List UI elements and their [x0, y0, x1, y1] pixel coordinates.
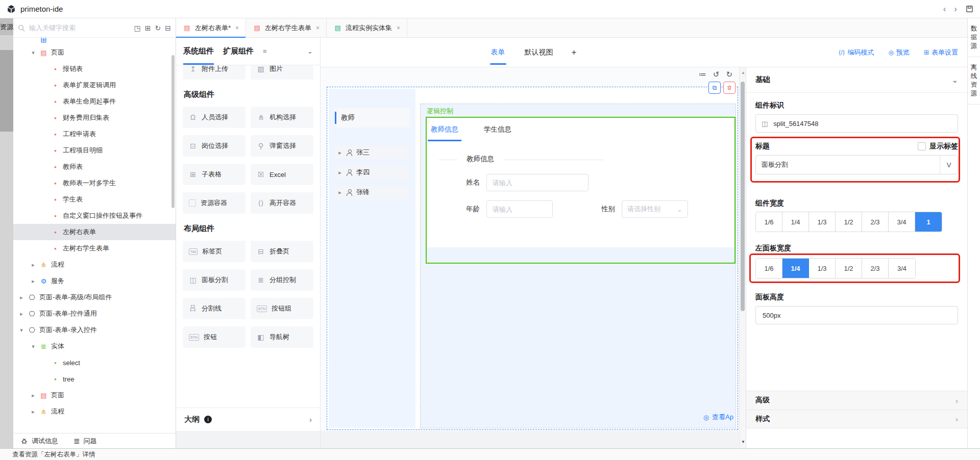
section-advanced[interactable]: 高级 ›	[746, 391, 967, 410]
tree-item[interactable]: ● 自定义窗口操作按钮及事件	[13, 208, 176, 224]
tree-item[interactable]: ▸ ⎔ 页面-表单-控件通用	[13, 305, 176, 322]
delete-component-button[interactable]	[723, 82, 736, 94]
tab-teacher-info[interactable]: 教师信息	[428, 118, 461, 141]
tree-item[interactable]: ▸ ⋔ 流程	[13, 257, 176, 273]
tree-item[interactable]: ▸ ⎔ 页面-表单-高级/布局组件	[13, 289, 176, 305]
file-tab[interactable]: ▤ 左树右学生表单 ×	[246, 18, 327, 37]
left-width-option[interactable]: 1/4	[782, 259, 809, 278]
tree-item[interactable]: ● 教师表一对多学生	[13, 175, 176, 191]
component-id-field[interactable]: ◫	[755, 114, 958, 133]
palette-menu-icon[interactable]: ≡	[263, 47, 267, 55]
palette-item[interactable]: ⊡ 岗位选择	[183, 135, 246, 157]
age-input[interactable]	[486, 200, 553, 218]
split-panel-component[interactable]: 教师 ▸ 张三 ▸ 李四	[327, 87, 738, 430]
gender-select[interactable]: 请选择性别 ⌄	[622, 200, 688, 218]
right-rail-tab[interactable]: 离线资源	[968, 57, 980, 105]
palette-item[interactable]: BTN 按钮组	[251, 298, 313, 319]
copy-component-button[interactable]: ⧉	[708, 82, 721, 94]
width-option[interactable]: 1/3	[809, 212, 836, 232]
palette-collapse-icon[interactable]: ⌄	[307, 47, 313, 55]
palette-item[interactable]: Tab 标签页	[183, 241, 246, 262]
width-option[interactable]: 1/4	[782, 212, 809, 232]
width-option[interactable]: 3/4	[889, 212, 915, 232]
palette-item[interactable]: ▨ 图片	[251, 65, 313, 80]
problems-button[interactable]: ≣ 问题	[74, 437, 97, 446]
palette-item[interactable]: Ω 人员选择	[183, 107, 246, 128]
palette-item[interactable]: ◫ 面板分割	[183, 269, 246, 291]
chevron-right-icon[interactable]: ›	[955, 415, 958, 423]
tree-chevron-icon[interactable]: ▾	[30, 49, 36, 56]
palette-item[interactable]: ⚲ 弹窗选择	[251, 135, 313, 157]
canvas-action-button[interactable]: ⟨/⟩ 编码模式	[839, 48, 874, 57]
file-tab[interactable]: ▤ 流程实例实体集 ×	[327, 18, 407, 37]
palette-item[interactable]: 吕 分割线	[183, 298, 246, 319]
show-label-checkbox[interactable]	[918, 142, 926, 150]
section-style[interactable]: 样式 ›	[746, 410, 967, 428]
close-icon[interactable]: ×	[397, 24, 400, 32]
left-width-option[interactable]: 3/4	[889, 259, 915, 278]
tree-item[interactable]: ▸ ⋔ 流程	[13, 403, 176, 420]
add-view-button[interactable]: +	[572, 47, 577, 58]
tree-item[interactable]: ▸ ▤ 页面	[13, 387, 176, 403]
tree-item[interactable]: ● 学生表	[13, 191, 176, 208]
search-input[interactable]	[28, 23, 131, 32]
import-resource-icon[interactable]: ◳	[134, 24, 141, 32]
palette-item[interactable]: ↥ 附件上传	[183, 65, 246, 80]
tree-item[interactable]: ● tree	[13, 371, 176, 387]
chevron-down-icon[interactable]: ⌄	[952, 76, 958, 84]
tree-item[interactable]: ● 左树右表单	[13, 224, 176, 240]
tab-default-view[interactable]: 默认视图	[524, 38, 554, 67]
teacher-tree-node[interactable]: ▸ 张三	[335, 146, 409, 159]
panel-height-field[interactable]	[755, 306, 958, 324]
name-input[interactable]	[486, 174, 589, 191]
width-option[interactable]: 2/3	[862, 212, 889, 232]
title-input[interactable]	[756, 156, 940, 174]
canvas-action-button[interactable]: ⊞ 表单设置	[924, 48, 958, 57]
palette-item[interactable]: ⟨⟩ 高开容器	[251, 192, 313, 214]
file-tab[interactable]: ▤ 左树右表单* ×	[176, 18, 246, 37]
tree-item[interactable]: ● 左树右学生表单	[13, 240, 176, 257]
panel-height-input[interactable]	[762, 311, 952, 320]
scroll-up-icon[interactable]: ▲	[741, 70, 745, 75]
tree-item[interactable]: ▾ ⎔ 页面-表单-录入控件	[13, 322, 176, 338]
rail-tab-resources[interactable]: 资源	[0, 18, 13, 35]
left-width-option[interactable]: 1/3	[809, 259, 836, 278]
scrollbar-thumb[interactable]	[741, 82, 745, 311]
palette-item[interactable]: ⊞ 子表格	[183, 164, 246, 185]
chevron-right-icon[interactable]: ›	[955, 396, 958, 405]
tree-chevron-icon[interactable]: ▸	[30, 278, 36, 285]
close-icon[interactable]: ×	[316, 24, 320, 32]
palette-item[interactable]: ☒ Excel	[251, 164, 313, 185]
tree-item[interactable]: ● 工程申请表	[13, 126, 176, 142]
left-rail-scrollbar[interactable]	[0, 50, 13, 132]
canvas-scrollbar[interactable]: ▲ ▼	[739, 67, 746, 448]
nav-forward-icon[interactable]: ›	[954, 4, 957, 14]
debug-info-button[interactable]: 调试信息	[20, 437, 58, 446]
canvas-action-button[interactable]: ◎ 预览	[888, 48, 909, 57]
title-field[interactable]: V	[755, 155, 958, 174]
palette-item[interactable]: BTN 按钮	[183, 326, 246, 348]
tree-item[interactable]: ● 报销表	[13, 61, 176, 77]
tab-system-components[interactable]: 系统组件	[183, 38, 214, 65]
props-section-basic[interactable]: 基础 ⌄	[746, 67, 967, 93]
teacher-tree-node[interactable]: ▸ 张锋	[335, 186, 409, 199]
chevron-right-icon[interactable]: ›	[309, 415, 312, 424]
palette-item[interactable]: ≣ 分组控制	[251, 269, 313, 291]
tab-student-info[interactable]: 学生信息	[481, 118, 514, 141]
tree-item[interactable]: ▸ ⚙ 服务	[13, 273, 176, 289]
tab-extension-components[interactable]: 扩展组件	[223, 38, 254, 65]
left-width-option[interactable]: 2/3	[862, 259, 889, 278]
tree-chevron-icon[interactable]: ▸	[337, 169, 342, 176]
tree-item[interactable]: ● 财务费用归集表	[13, 110, 176, 126]
save-icon[interactable]	[965, 5, 974, 13]
tree-chevron-icon[interactable]: ▸	[30, 408, 36, 415]
palette-item[interactable]: ⋔ 机构选择	[251, 107, 313, 128]
palette-item[interactable]: ◧ 导航树	[251, 326, 313, 348]
component-id-input[interactable]	[772, 119, 952, 128]
tree-item[interactable]: ● select	[13, 354, 176, 371]
tree-item[interactable]: ● 表单扩展逻辑调用	[13, 77, 176, 93]
refresh-icon[interactable]: ↻	[155, 24, 161, 32]
tree-item[interactable]: ▾ ≣ 实体	[13, 338, 176, 354]
close-icon[interactable]: ×	[235, 24, 239, 32]
scroll-down-icon[interactable]: ▼	[741, 440, 745, 444]
